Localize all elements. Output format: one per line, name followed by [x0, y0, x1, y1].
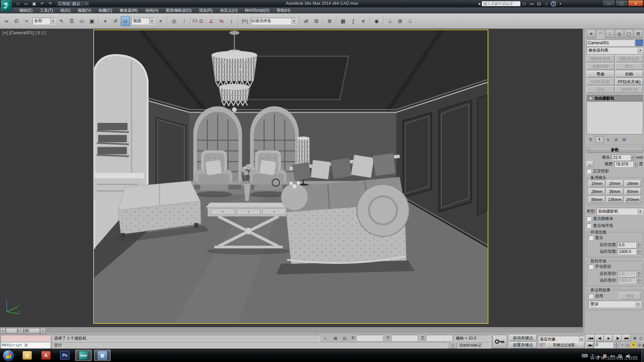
schematic-view-icon[interactable]: # — [359, 16, 368, 26]
current-frame-field[interactable] — [594, 342, 613, 348]
object-color-swatch[interactable] — [636, 40, 643, 46]
selection-lock-icon[interactable]: ⊠ — [331, 335, 339, 342]
go-to-start-button[interactable]: |◀◀ — [586, 335, 595, 341]
viewport-label[interactable]: [+] [Camera001] [真实] — [3, 30, 46, 36]
z-coordinate-field[interactable] — [426, 335, 452, 341]
previous-frame-button[interactable]: ◀|| — [595, 335, 604, 341]
select-by-name-icon[interactable]: ☰ — [67, 16, 76, 26]
modifier-stack[interactable]: 自由摄影机 — [587, 95, 643, 134]
prompt-balloon-icon[interactable]: ● — [321, 335, 329, 342]
modifier-button-edit-spline[interactable]: 编辑样条线 — [587, 55, 614, 62]
modifier-button-turbosmooth[interactable]: 涡轮平滑 — [615, 86, 643, 93]
menu-create[interactable]: 创建(C) — [95, 7, 116, 13]
far-range-spinner[interactable]: ▲▼ — [637, 249, 641, 254]
percent-snap-icon[interactable]: % — [217, 16, 226, 26]
next-frame-button[interactable]: ||▶ — [613, 335, 622, 341]
use-pivot-point-icon[interactable]: ⌖ — [156, 16, 165, 26]
redo-icon[interactable]: ↷ — [46, 1, 54, 7]
absolute-offset-toggle-icon[interactable]: ⊡ — [341, 335, 349, 342]
key-mode-toggle-button[interactable]: |◀▶| — [586, 342, 594, 348]
modifier-button-uvw-map[interactable]: UVW 贴图 — [587, 78, 614, 85]
configure-modifier-sets-icon[interactable]: ⊞ — [620, 137, 628, 142]
select-and-link-icon[interactable]: ∞ — [2, 16, 11, 26]
x-coordinate-field[interactable] — [356, 335, 382, 341]
lens-20mm-button[interactable]: 20mm — [606, 180, 623, 187]
near-range-spinner[interactable]: ▲▼ — [637, 242, 641, 248]
taskbar-autocad[interactable]: A — [38, 350, 54, 361]
menu-edit[interactable]: 编辑(E) — [15, 7, 36, 13]
show-ranges-checkbox[interactable] — [589, 236, 593, 240]
named-selection-input[interactable] — [251, 18, 291, 24]
communication-center-icon[interactable]: ☊ — [535, 1, 543, 6]
menu-views[interactable]: 视图(V) — [74, 7, 95, 13]
menu-help[interactable]: 帮助(H) — [273, 7, 294, 13]
modifier-button-extrude[interactable]: 挤出 — [615, 63, 643, 70]
near-range-field[interactable] — [618, 242, 636, 248]
field-of-view-icon[interactable]: ◇ — [638, 335, 644, 341]
modifier-button-edit-poly[interactable]: 编辑多边形 — [615, 55, 643, 62]
lens-spinner[interactable]: ▲▼ — [631, 155, 635, 160]
far-range-field[interactable] — [618, 249, 636, 254]
viewport-area[interactable]: [+] [Camera001] [真实] — [0, 29, 585, 327]
layer-manager-icon[interactable]: ≣ — [325, 16, 334, 26]
reference-coordinate-dropdown[interactable]: 视图 ▼ — [131, 18, 155, 24]
select-and-scale-icon[interactable]: ▱ — [121, 16, 130, 26]
modifier-button-ffd-box[interactable]: FFD(长方体) — [615, 78, 643, 85]
object-name-field[interactable] — [587, 40, 634, 46]
pan-viewport-icon[interactable]: ▷ — [625, 342, 631, 348]
window-crossing-icon[interactable]: ▣ — [87, 16, 97, 26]
enable-checkbox[interactable] — [589, 294, 593, 298]
rendered-frame-window-icon[interactable]: ⊞ — [395, 16, 405, 26]
time-slider-track[interactable] — [47, 328, 584, 334]
time-slider-handle[interactable]: 0 / 100 — [6, 328, 40, 334]
named-selection-sets-combo[interactable]: ▼ — [251, 18, 297, 24]
viewport-shading-menu[interactable]: [真实] — [36, 31, 47, 35]
render-setup-icon[interactable]: ♨ — [385, 16, 395, 26]
camera-type-dropdown[interactable]: 自由摄影机 ▼ — [596, 208, 643, 215]
parameters-rollout-header[interactable]: - 参数 — [587, 147, 643, 153]
undo-icon[interactable]: ↶ — [38, 1, 46, 7]
lens-field[interactable] — [612, 155, 631, 160]
show-cone-checkbox[interactable] — [587, 217, 591, 221]
favorites-star-icon[interactable]: ☆ — [543, 1, 550, 6]
angle-snap-icon[interactable]: ∠ — [207, 16, 216, 26]
play-button[interactable]: ▶ — [604, 335, 613, 341]
viewport-general-menu[interactable]: [+] — [3, 31, 8, 35]
taskbar-3dsmax[interactable]: max — [75, 350, 92, 361]
tab-display[interactable]: ▢ — [624, 29, 633, 38]
chevron-down-icon[interactable]: ▼ — [50, 18, 55, 24]
stack-item-free-camera[interactable]: 自由摄影机 — [587, 95, 643, 102]
frame-spinner[interactable]: ▲▼ — [614, 342, 619, 348]
set-key-button[interactable]: 设置关键点 — [509, 342, 537, 348]
taskbar-snipping-tool[interactable]: ▦ — [94, 350, 111, 361]
mirror-icon[interactable]: ⇄ — [302, 16, 311, 26]
fov-direction-button[interactable]: ↔ — [587, 161, 593, 167]
save-file-icon[interactable]: ▣ — [30, 1, 38, 7]
subscription-key-icon[interactable]: ⊶ — [528, 1, 535, 6]
tab-modify[interactable]: ◠ — [596, 29, 605, 38]
lens-15mm-button[interactable]: 15mm — [589, 180, 605, 187]
graphite-ribbon-icon[interactable]: ▦ — [338, 16, 348, 26]
search-binoculars-icon[interactable]: ⚇ — [521, 1, 528, 6]
add-time-tag[interactable]: 添加时间标记 — [457, 342, 490, 349]
start-button[interactable] — [3, 350, 14, 361]
help-icon[interactable]: ? — [551, 1, 556, 6]
walk-through-icon[interactable]: ‼ — [631, 342, 636, 348]
show-end-result-icon[interactable]: ‖ — [595, 136, 603, 143]
close-button[interactable]: × — [628, 0, 643, 6]
help-dropdown-icon[interactable]: ▼ — [557, 2, 564, 5]
rectangular-selection-region-icon[interactable]: ▭ — [77, 16, 87, 26]
remove-modifier-icon[interactable]: ⊘ — [612, 137, 620, 142]
near-clip-spinner[interactable]: ▲▼ — [637, 271, 641, 277]
app-logo-3dsmax[interactable] — [1, 0, 12, 11]
chevron-down-icon[interactable]: ▼ — [579, 336, 584, 342]
search-input[interactable] — [482, 1, 521, 6]
modifier-button-bevel-profile[interactable]: 倒角剖面 — [587, 63, 614, 70]
far-clip-spinner[interactable]: ▲▼ — [637, 278, 641, 283]
render-production-icon[interactable]: ♨ — [406, 16, 415, 26]
maximize-button[interactable]: ▢ — [615, 0, 628, 6]
go-to-end-button[interactable]: ▶▶| — [623, 335, 631, 341]
bind-to-space-warp-icon[interactable]: ≈ — [22, 16, 31, 26]
lens-200mm-button[interactable]: 200mm — [625, 196, 641, 203]
modifier-button-symmetry[interactable]: 对称 — [615, 71, 643, 77]
